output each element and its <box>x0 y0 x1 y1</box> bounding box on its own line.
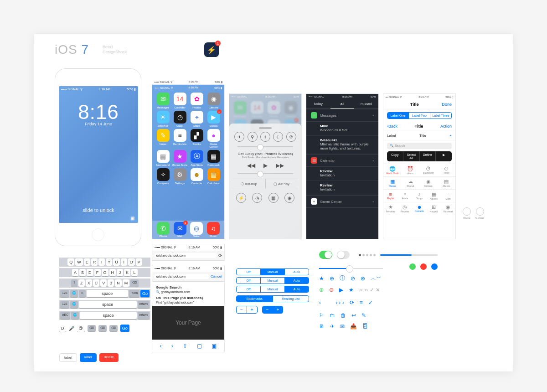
key-N[interactable]: N <box>115 279 122 287</box>
add-icon[interactable]: ⊕ <box>319 287 324 293</box>
seg-opt[interactable]: Auto <box>284 269 309 275</box>
app-settings[interactable]: ⚙Settings <box>172 168 188 185</box>
star-fill-icon[interactable]: ★ <box>349 287 354 293</box>
airplay-button[interactable]: ▢ AirPlay <box>265 179 298 189</box>
seg-opt[interactable]: Manual <box>260 286 284 292</box>
bluetooth-icon[interactable]: ᚼ <box>260 132 270 142</box>
url-input[interactable] <box>155 274 209 279</box>
trash-icon[interactable]: 🗑 <box>341 312 346 319</box>
app-calculator[interactable]: ▦Calculator <box>206 168 222 185</box>
seg-opt[interactable]: Off <box>237 286 260 292</box>
slide-to-unlock[interactable]: slide to unlock <box>59 207 138 213</box>
close-icon[interactable]: ⊗ <box>361 275 365 282</box>
camera-icon[interactable]: ▣ <box>130 216 134 221</box>
seg-opt[interactable]: Off <box>237 278 260 284</box>
chevron-left-icon[interactable]: ‹ <box>319 299 321 306</box>
key-🌐[interactable]: 🌐 <box>70 290 78 297</box>
switch-on[interactable] <box>319 251 332 259</box>
key-Q[interactable]: Q <box>67 258 74 266</box>
flag-icon[interactable]: ⚐ <box>319 312 324 319</box>
app-clock[interactable]: ◷Clock <box>172 111 188 127</box>
circle-plus-icon[interactable]: ⊕ <box>330 275 334 282</box>
camera-icon[interactable]: ◉ <box>284 193 294 203</box>
seg-opt[interactable]: Auto <box>284 286 309 292</box>
key-P[interactable]: P <box>136 258 142 266</box>
key-W[interactable]: W <box>75 258 83 266</box>
tab-artists[interactable]: ♀Artists <box>398 191 413 200</box>
airdrop-button[interactable]: ⬡ AirDrop <box>233 179 265 189</box>
seg-opt[interactable]: Label Three <box>430 113 451 119</box>
dnd-icon[interactable]: ☾ <box>273 132 283 142</box>
tab-photos[interactable]: ▦Photos <box>383 179 402 187</box>
url-input[interactable] <box>155 253 217 258</box>
nc-tab-missed[interactable]: missed <box>354 99 378 108</box>
back-icon[interactable]: ‹ <box>160 343 162 349</box>
app-contacts[interactable]: ☻Contacts <box>189 168 205 185</box>
flashlight-icon[interactable]: ⚡ <box>236 193 246 203</box>
app-game-center[interactable]: ●Game Center <box>206 129 222 148</box>
dot-green[interactable] <box>409 263 416 270</box>
refresh-icon[interactable]: ⟳ <box>350 299 354 306</box>
key-G[interactable]: G <box>102 269 108 276</box>
app-app-store[interactable]: ⒶApp Store <box>189 150 205 166</box>
tab-voicemail[interactable]: ◉Voicemail <box>441 204 455 213</box>
app-stocks[interactable]: ▞Stocks <box>189 129 205 148</box>
lock-rotation-icon[interactable]: ⟳ <box>286 132 296 142</box>
tab-alarm[interactable]: ⏰Alarm <box>402 166 420 175</box>
key-M[interactable]: M <box>123 279 130 287</box>
key-L[interactable]: L <box>131 269 138 276</box>
tab-camera[interactable]: ◉Camera <box>419 179 438 187</box>
brightness-slider[interactable] <box>237 146 293 147</box>
search-input[interactable]: 🔍 Search <box>387 143 452 149</box>
cancel-button[interactable]: Cancel <box>211 274 222 279</box>
home-screen[interactable]: ••••• SIGNAL ⚲8:16 AM50% ▮ ✉Messages14Ca… <box>152 84 225 239</box>
remove-icon[interactable]: ⊖ <box>329 287 334 293</box>
add-button[interactable]: + <box>449 134 452 138</box>
app-music[interactable]: ♫Music <box>207 222 220 237</box>
key-return[interactable]: return <box>138 312 150 319</box>
seg-opt[interactable]: Auto <box>284 278 309 284</box>
menu-icon[interactable]: ≡ <box>360 299 363 306</box>
app-maps[interactable]: ⌖Maps <box>189 111 205 127</box>
edit-menu[interactable]: CopySelect AllDefine▶ <box>387 151 452 161</box>
play-icon[interactable]: ▶ <box>339 287 343 293</box>
inbox-icon[interactable]: 📥 <box>350 323 357 330</box>
chevrons-icon[interactable]: ︿﹀ <box>371 274 382 282</box>
done-button[interactable]: Done <box>442 102 452 107</box>
bookmarks-icon[interactable]: ▢ <box>197 343 202 349</box>
stepper-filled[interactable]: −+ <box>262 306 284 314</box>
nc-tab-all[interactable]: all <box>330 99 355 108</box>
go-button[interactable]: Go <box>120 325 129 332</box>
key-I[interactable]: I <box>121 258 127 266</box>
mail-icon[interactable]: ✉ <box>340 323 345 330</box>
key-☺[interactable]: ☺ <box>79 290 86 297</box>
tabs-icon[interactable]: ▣ <box>212 343 217 349</box>
app-photos[interactable]: ✿Photos <box>266 101 282 118</box>
key-X[interactable]: X <box>86 279 92 287</box>
switch-off[interactable] <box>337 251 350 259</box>
stepper[interactable]: −+ <box>236 306 258 314</box>
key-O[interactable]: O <box>128 258 135 266</box>
key-H[interactable]: H <box>109 269 116 276</box>
app-reminders[interactable]: ≡Reminders <box>172 129 188 148</box>
key-S[interactable]: S <box>79 269 86 276</box>
key-return[interactable]: return <box>138 301 150 308</box>
keyboard-stack[interactable]: QWERTYUIOP ASDFGHJKL ⇧ZXCVBNM⌫ 123🌐☺spac… <box>59 258 150 332</box>
key-K[interactable]: K <box>124 269 130 276</box>
key-.com[interactable]: .com <box>129 290 139 297</box>
key-F[interactable]: F <box>94 269 101 276</box>
key-V[interactable]: V <box>100 279 107 287</box>
app-mail[interactable]: ✉2Mail <box>174 222 186 237</box>
slider[interactable] <box>319 268 383 269</box>
app-phone[interactable]: ✆Phone <box>157 222 170 237</box>
seg-opt[interactable]: Manual <box>260 278 284 284</box>
label-button-primary[interactable]: label <box>80 353 97 362</box>
nc-tab-today[interactable]: today <box>306 99 330 108</box>
app-itunes-store[interactable]: ★iTunes Store <box>172 150 188 166</box>
seg-readinglist[interactable]: Reading List <box>273 296 309 302</box>
app-notes[interactable]: ✎Notes <box>155 129 171 148</box>
seg-bookmarks[interactable]: Bookmarks <box>237 296 273 302</box>
home-button[interactable] <box>92 228 104 241</box>
prev-icon[interactable]: ◀◀ <box>247 162 255 169</box>
app-calendar[interactable]: 14Calendar <box>249 101 265 118</box>
